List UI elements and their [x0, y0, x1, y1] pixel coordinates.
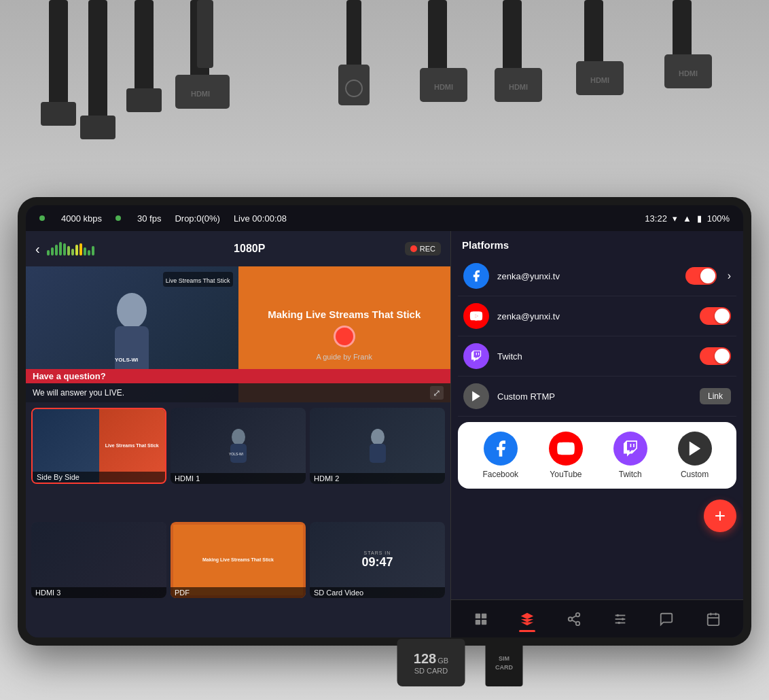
- wifi-icon: ▾: [673, 213, 677, 224]
- custom-account: Custom RTMP: [497, 391, 692, 402]
- preview-title: Making Live Streams That Stick: [268, 309, 421, 320]
- svg-rect-38: [476, 613, 480, 618]
- svg-point-44: [576, 621, 580, 625]
- facebook-toggle[interactable]: [685, 267, 717, 285]
- sim-card: SIMCARD: [486, 640, 523, 686]
- svg-rect-26: [115, 326, 149, 374]
- battery-percent: 100%: [707, 213, 730, 224]
- nav-chat[interactable]: [651, 608, 682, 631]
- settings-icon: [613, 612, 628, 627]
- thumbnail-grid: Live Streams That Stick Side By Side: [26, 402, 450, 637]
- youtube-icon: [463, 303, 489, 329]
- svg-rect-32: [370, 444, 386, 463]
- lower-third-top: Have a question?: [26, 369, 450, 383]
- top-bar: ‹: [26, 231, 450, 266]
- rec-circle-icon: [410, 245, 417, 252]
- thumbnail-hdmi3[interactable]: HDMI 3: [31, 522, 166, 598]
- svg-rect-7: [197, 0, 213, 68]
- svg-text:YOLS-WI: YOLS-WI: [115, 357, 138, 363]
- thumb-label-pdf: PDF: [171, 587, 306, 598]
- nav-grid[interactable]: [465, 608, 497, 631]
- nav-calendar[interactable]: [698, 608, 729, 631]
- twitch-icon: [463, 343, 489, 369]
- custom-link-button[interactable]: Link: [700, 388, 731, 404]
- svg-text:HDMI: HDMI: [590, 76, 609, 84]
- svg-rect-5: [126, 88, 162, 112]
- picker-twitch[interactable]: Twitch: [613, 432, 647, 479]
- layers-icon: [520, 612, 535, 627]
- thumbnail-hdmi2[interactable]: HDMI 2: [310, 408, 445, 484]
- platform-list: zenka@yunxi.tv › zenka@: [451, 256, 743, 417]
- lower-third-text: We will answer you LIVE.: [33, 388, 124, 398]
- svg-rect-53: [708, 614, 719, 625]
- svg-point-43: [569, 617, 573, 621]
- clock: 13:22: [645, 213, 667, 224]
- platform-custom[interactable]: Custom RTMP Link: [458, 377, 736, 417]
- rec-button[interactable]: REC: [405, 242, 441, 256]
- expand-icon[interactable]: ⤢: [430, 386, 444, 400]
- add-platform-button[interactable]: +: [704, 500, 736, 532]
- picker-youtube[interactable]: YouTube: [549, 432, 583, 479]
- picker-facebook[interactable]: Facebook: [482, 432, 518, 479]
- status-bar: 4000 kbps 30 fps Drop:0(0%) Live 00:00:0…: [26, 205, 743, 231]
- nav-settings[interactable]: [605, 608, 636, 631]
- svg-rect-3: [80, 116, 115, 139]
- thumbnail-sdcard[interactable]: STARS IN 09:47 SD Card Video: [310, 522, 445, 598]
- thumbnail-pdf[interactable]: Making Live Streams That Stick PDF: [171, 522, 306, 598]
- nav-share[interactable]: [558, 608, 590, 631]
- audio-meter: [47, 242, 94, 256]
- nav-layers[interactable]: [512, 608, 543, 631]
- bottom-nav: [451, 599, 743, 637]
- svg-point-31: [371, 429, 385, 445]
- platform-youtube[interactable]: zenka@yunxi.tv: [458, 296, 736, 336]
- resolution-badge: 1080P: [234, 243, 265, 255]
- twitch-account: Twitch: [497, 351, 692, 362]
- twitch-toggle[interactable]: [700, 347, 731, 365]
- share-icon: [567, 612, 582, 627]
- youtube-account: zenka@yunxi.tv: [497, 311, 692, 321]
- svg-rect-39: [482, 613, 486, 618]
- thumbnail-side-by-side[interactable]: Live Streams That Stick Side By Side: [31, 408, 166, 484]
- svg-text:HDMI: HDMI: [434, 83, 453, 91]
- svg-marker-37: [689, 442, 700, 456]
- youtube-toggle[interactable]: [700, 307, 731, 325]
- sd-unit: GB: [437, 657, 448, 665]
- svg-line-45: [572, 620, 576, 623]
- facebook-chevron-icon[interactable]: ›: [728, 270, 731, 282]
- thumb-label-hdmi3: HDMI 3: [31, 587, 166, 598]
- back-button[interactable]: ‹: [35, 241, 40, 257]
- live-dot: [39, 215, 45, 221]
- svg-rect-41: [482, 619, 486, 624]
- picker-custom[interactable]: Custom: [678, 432, 712, 479]
- svg-text:YOLS-WI: YOLS-WI: [229, 452, 243, 456]
- fps-dot: [115, 215, 121, 221]
- svg-point-50: [617, 614, 620, 616]
- bitrate-value: 4000 kbps: [61, 213, 102, 224]
- platform-facebook[interactable]: zenka@yunxi.tv ›: [458, 256, 736, 296]
- thumbnail-hdmi1[interactable]: YOLS-WI HDMI 1: [171, 408, 306, 484]
- sd-size: 128: [414, 651, 436, 667]
- record-indicator-icon: [334, 326, 355, 347]
- svg-text:HDMI: HDMI: [191, 90, 210, 98]
- picker-youtube-label: YouTube: [550, 470, 582, 479]
- platform-twitch[interactable]: Twitch: [458, 336, 736, 377]
- picker-facebook-icon: [484, 432, 518, 466]
- picker-custom-label: Custom: [681, 470, 709, 479]
- svg-line-46: [572, 615, 576, 618]
- svg-point-25: [117, 293, 147, 328]
- picker-youtube-icon: [549, 432, 583, 466]
- drop-value: Drop:0(0%): [175, 213, 219, 224]
- thumb-label-hdmi1: HDMI 1: [171, 473, 306, 484]
- lower-third: Have a question? We will answer you LIVE…: [26, 369, 450, 402]
- thumb-label-sdcard: SD Card Video: [310, 587, 445, 598]
- chat-icon: [659, 612, 674, 627]
- svg-rect-11: [338, 65, 370, 105]
- facebook-icon: [463, 263, 489, 289]
- preview-area: YOLS-WI Live Streams That Stick Mak: [26, 266, 450, 402]
- add-icon: +: [715, 505, 726, 527]
- rec-label: REC: [420, 245, 435, 253]
- battery-icon: ▮: [697, 213, 702, 224]
- lower-third-bottom: We will answer you LIVE. ⤢: [26, 383, 450, 402]
- svg-rect-10: [346, 0, 361, 75]
- thumb-label-side-by-side: Side By Side: [33, 472, 165, 483]
